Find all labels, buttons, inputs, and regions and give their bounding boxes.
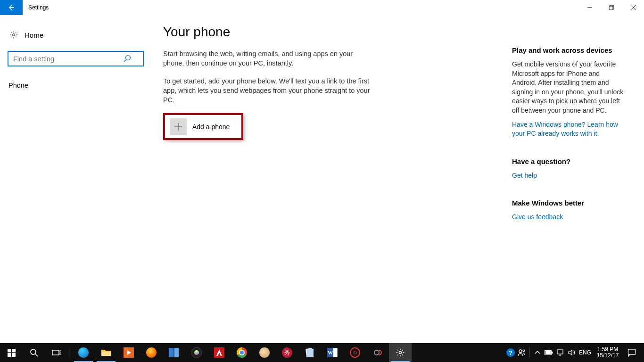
svg-rect-9	[60, 351, 61, 352]
tray-volume-icon[interactable]	[566, 343, 577, 362]
svg-point-1	[13, 34, 15, 36]
svg-rect-18	[307, 349, 314, 357]
firefox-icon	[146, 347, 157, 358]
home-nav-item[interactable]: Home	[8, 25, 139, 44]
add-phone-label: Add a phone	[192, 123, 230, 131]
svg-point-25	[523, 350, 525, 352]
window-controls	[579, 0, 644, 15]
svg-rect-3	[8, 349, 11, 353]
system-tray: ? ENG 1:59 PM 15/12/17	[505, 343, 644, 362]
adobe-icon	[214, 347, 224, 358]
svg-rect-11	[101, 352, 111, 356]
search-button[interactable]	[23, 343, 45, 362]
taskbar-app-dictionary[interactable]	[163, 343, 185, 362]
taskbar-app-loop[interactable]	[366, 343, 389, 362]
svg-rect-28	[545, 351, 551, 354]
taskbar-app-file-explorer[interactable]	[95, 343, 117, 362]
svg-text:W: W	[328, 350, 333, 355]
svg-rect-6	[12, 353, 16, 357]
taskbar-app-edge[interactable]	[72, 343, 95, 362]
svg-rect-27	[552, 352, 553, 354]
disc-icon	[191, 347, 202, 358]
tray-clock[interactable]: 1:59 PM 15/12/17	[593, 346, 622, 359]
svg-rect-8	[52, 350, 59, 355]
taskbar-divider	[70, 347, 70, 358]
tray-battery-icon[interactable]	[543, 343, 554, 362]
intro-paragraph-1: Start browsing the web, writing emails, …	[163, 49, 371, 68]
start-button[interactable]	[0, 343, 23, 362]
info-text-play-work: Get mobile versions of your favorite Mic…	[512, 60, 625, 115]
battery-icon	[545, 350, 553, 355]
taskbar-app-word[interactable]: W	[321, 343, 344, 362]
taskbar-app-xiu[interactable]: 秀	[276, 343, 298, 362]
info-heading-feedback: Make Windows better	[512, 199, 625, 207]
tray-network-icon[interactable]	[554, 343, 566, 362]
svg-point-22	[374, 350, 379, 355]
tray-overflow-button[interactable]	[532, 343, 543, 362]
gear-icon	[396, 348, 405, 357]
taskbar: 秀 W ? ENG 1:59 PM 15/12/17	[0, 343, 644, 362]
windows-logo-icon	[8, 349, 16, 357]
minimize-button[interactable]	[579, 0, 601, 15]
book-icon	[169, 348, 179, 357]
title-bar: Settings	[0, 0, 644, 15]
search-icon	[30, 348, 38, 357]
action-center-button[interactable]	[622, 343, 641, 362]
taskbar-app-chrome[interactable]	[231, 343, 253, 362]
tray-language[interactable]: ENG	[577, 349, 593, 356]
maximize-button[interactable]	[601, 0, 622, 15]
tray-help-icon[interactable]: ?	[505, 343, 516, 362]
taskbar-app-acrobat[interactable]	[208, 343, 231, 362]
chrome-icon	[237, 347, 247, 358]
add-phone-button[interactable]: Add a phone	[163, 113, 243, 140]
svg-rect-15	[173, 348, 174, 357]
taskbar-app-video[interactable]	[117, 343, 140, 362]
window-title: Settings	[23, 0, 49, 15]
tray-people-icon[interactable]	[516, 343, 528, 362]
svg-rect-0	[609, 6, 613, 10]
svg-point-7	[31, 349, 36, 354]
palette-icon	[259, 347, 270, 358]
taskbar-app-disc[interactable]	[185, 343, 208, 362]
home-label: Home	[25, 31, 43, 39]
close-button[interactable]	[622, 0, 644, 15]
main-content: Your phone Start browsing the web, writi…	[163, 25, 389, 343]
get-help-link[interactable]: Get help	[512, 171, 625, 181]
minimize-icon	[587, 5, 592, 10]
back-button[interactable]	[0, 0, 23, 15]
svg-rect-4	[12, 349, 16, 353]
taskbar-app-bug[interactable]	[344, 343, 366, 362]
plus-icon	[174, 123, 182, 131]
sidebar: Home Phone	[0, 15, 146, 343]
info-column: Play and work across devices Get mobile …	[389, 25, 633, 343]
tray-divider	[529, 347, 530, 358]
taskbar-app-firefox[interactable]	[140, 343, 163, 362]
svg-rect-14	[174, 348, 179, 357]
taskbar-app-notes[interactable]	[298, 343, 321, 362]
edge-icon	[78, 347, 89, 358]
xiu-icon: 秀	[282, 347, 292, 358]
task-view-icon	[52, 349, 61, 356]
network-icon	[556, 349, 564, 356]
gear-icon	[9, 31, 18, 39]
taskbar-app-paint[interactable]	[253, 343, 276, 362]
svg-rect-5	[8, 353, 11, 357]
chevron-up-icon	[535, 350, 540, 355]
windows-phone-link[interactable]: Have a Windows phone? Learn how your PC …	[512, 120, 625, 139]
taskbar-app-settings[interactable]	[389, 343, 412, 362]
note-icon	[305, 348, 314, 357]
play-icon	[124, 347, 134, 358]
info-heading-play-work: Play and work across devices	[512, 46, 625, 54]
task-view-button[interactable]	[45, 343, 68, 362]
volume-icon	[568, 349, 575, 356]
folder-icon	[101, 348, 111, 357]
svg-rect-29	[557, 350, 563, 354]
sidebar-item-phone[interactable]: Phone	[8, 77, 139, 94]
feedback-link[interactable]: Give us feedback	[512, 213, 625, 222]
intro-paragraph-2: To get started, add your phone below. We…	[163, 76, 371, 105]
page-title: Your phone	[163, 25, 389, 40]
svg-point-2	[126, 56, 131, 60]
bug-icon	[350, 347, 360, 358]
search-icon	[124, 55, 131, 62]
close-icon	[631, 5, 636, 10]
